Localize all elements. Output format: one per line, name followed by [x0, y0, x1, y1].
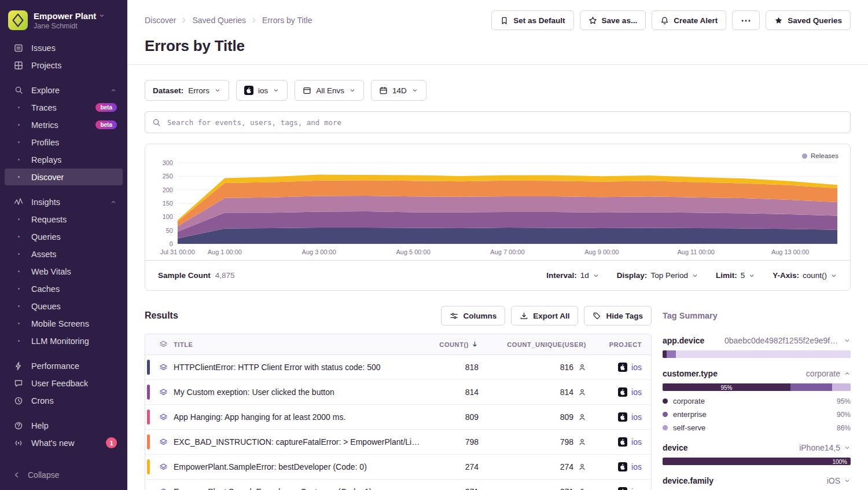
columns-button[interactable]: Columns	[441, 306, 505, 326]
table-row[interactable]: My Custom exeption: User clicked the but…	[145, 380, 651, 405]
sidebar-item-queries[interactable]: Queries	[5, 228, 123, 245]
bullet-icon	[13, 236, 24, 237]
results-title: Results	[145, 310, 178, 321]
project-link[interactable]: ios	[631, 437, 642, 447]
table-row[interactable]: EmpowerPlant.SampleError: happyCustomer …	[145, 480, 651, 490]
results-actions: Columns Export All Hide Tags	[441, 306, 652, 326]
table-row[interactable]: EmpowerPlant.SampleError: bestDeveloper …	[145, 455, 651, 480]
tag-summary-title: Tag Summary	[663, 306, 851, 326]
user-icon	[578, 463, 586, 471]
sidebar-item-crons[interactable]: Crons	[5, 392, 123, 409]
more-options-button[interactable]: ⋯	[732, 10, 760, 30]
chevron-down-icon	[349, 87, 356, 94]
bullet-icon	[13, 124, 24, 126]
tag-toggle[interactable]: device.familyiOS	[663, 476, 851, 485]
releases-legend[interactable]: Releases	[802, 152, 838, 159]
chart[interactable]: Releases 050100150200250300Jul 31 00:00A…	[145, 144, 850, 260]
search-input[interactable]	[166, 118, 843, 127]
sidebar-item-mobile-screens[interactable]: Mobile Screens	[5, 315, 123, 332]
breadcrumb-item-discover[interactable]: Discover	[145, 16, 176, 25]
stacked-area-chart[interactable]: 050100150200250300Jul 31 00:00Aug 1 00:0…	[152, 150, 843, 259]
breadcrumb-item-saved-queries[interactable]: Saved Queries	[192, 16, 246, 25]
tag-value-row[interactable]: corporate95%	[663, 397, 851, 405]
saved-queries-button[interactable]: Saved Queries	[766, 10, 851, 30]
sidebar-section-explore[interactable]: Explore	[5, 82, 123, 98]
save-as-button[interactable]: Save as...	[580, 10, 646, 30]
star-icon	[589, 16, 597, 25]
sidebar-item-web-vitals[interactable]: Web Vitals	[5, 263, 123, 280]
sidebar-item-discover[interactable]: Discover	[5, 169, 123, 185]
project-filter[interactable]: ios	[236, 80, 288, 101]
tag-distribution-bar[interactable]: 95%	[663, 383, 851, 391]
chart-footer: Sample Count4,875 Interval:1d Display:To…	[145, 260, 850, 290]
tag-value-row[interactable]: enterprise90%	[663, 410, 851, 419]
sidebar-item-assets[interactable]: Assets	[5, 246, 123, 262]
tag-value-row[interactable]: self-serve86%	[663, 423, 851, 432]
lightning-icon	[13, 361, 24, 371]
row-count-unique: 814	[479, 387, 586, 397]
project-link[interactable]: ios	[631, 387, 642, 397]
table-row[interactable]: EXC_BAD_INSTRUCTION: captureFatalError: …	[145, 430, 651, 455]
project-link[interactable]: ios	[631, 462, 642, 471]
column-header-title[interactable]: TITLE	[174, 341, 429, 348]
date-range-filter[interactable]: 14D	[371, 80, 426, 101]
row-count-unique: 271	[479, 487, 586, 490]
project-link[interactable]: ios	[631, 412, 642, 422]
row-title: EXC_BAD_INSTRUCTION: captureFatalError: …	[174, 437, 429, 447]
download-icon	[520, 312, 528, 320]
sidebar-item-projects[interactable]: Projects	[5, 57, 123, 74]
sidebar-item-what-s-new[interactable]: What's new1	[5, 434, 123, 451]
sidebar-item-issues[interactable]: Issues	[5, 39, 123, 56]
sidebar-section-insights[interactable]: Insights	[5, 193, 123, 210]
sidebar-item-performance[interactable]: Performance	[5, 357, 123, 374]
sidebar-item-profiles[interactable]: Profiles	[5, 134, 123, 151]
tag-distribution-bar[interactable]: 100%	[663, 458, 851, 465]
hide-tags-button[interactable]: Hide Tags	[584, 306, 652, 326]
bullet-icon	[13, 176, 24, 178]
sidebar-item-replays[interactable]: Replays	[5, 151, 123, 168]
row-project: ios	[586, 437, 651, 447]
svg-text:Aug 11 00:00: Aug 11 00:00	[677, 248, 714, 255]
environment-filter[interactable]: All Envs	[295, 80, 364, 101]
user-icon	[578, 488, 586, 490]
bullet-icon	[13, 218, 24, 220]
table-row[interactable]: App Hanging: App hanging for at least 20…	[145, 405, 651, 430]
sidebar-collapse[interactable]: Collapse	[0, 465, 127, 485]
tag-toggle[interactable]: customer.typecorporate	[663, 369, 851, 378]
series-color-bar	[145, 385, 153, 400]
sidebar-item-help[interactable]: Help	[5, 417, 123, 434]
project-link[interactable]: ios	[631, 487, 642, 490]
chart-panel: Releases 050100150200250300Jul 31 00:00A…	[145, 144, 851, 291]
sidebar-item-queues[interactable]: Queues	[5, 298, 123, 315]
sidebar-item-requests[interactable]: Requests	[5, 211, 123, 228]
sidebar-item-caches[interactable]: Caches	[5, 280, 123, 297]
tag-distribution-bar[interactable]	[663, 350, 851, 358]
tag-toggle[interactable]: app.device0baebc0de4982f1255f2e9e9fb7…	[663, 336, 851, 345]
sidebar-item-metrics[interactable]: Metricsbeta	[5, 116, 123, 133]
yaxis-dropdown[interactable]: Y-Axis:count()	[773, 271, 837, 280]
sidebar-item-llm-monitoring[interactable]: LLM Monitoring	[5, 332, 123, 349]
svg-text:Aug 5 00:00: Aug 5 00:00	[396, 248, 431, 255]
column-header-project[interactable]: PROJECT	[586, 341, 651, 348]
column-header-count-unique[interactable]: COUNT_UNIQUE(USER)	[479, 341, 586, 348]
table-header: TITLE COUNT() COUNT_UNIQUE(USER) PROJECT	[145, 334, 651, 355]
interval-dropdown[interactable]: Interval:1d	[546, 271, 599, 280]
beta-badge: beta	[95, 103, 117, 112]
chevron-down-icon	[844, 477, 851, 484]
set-as-default-button[interactable]: Set as Default	[491, 10, 573, 30]
limit-dropdown[interactable]: Limit:5	[716, 271, 755, 280]
dataset-filter[interactable]: Dataset:Errors	[145, 80, 229, 101]
project-link[interactable]: ios	[631, 363, 642, 372]
sidebar-item-user-feedback[interactable]: User Feedback	[5, 375, 123, 392]
column-header-count[interactable]: COUNT()	[429, 341, 479, 348]
row-count: 809	[429, 412, 479, 422]
create-alert-button[interactable]: Create Alert	[652, 10, 726, 30]
tag-value-dot	[663, 412, 668, 417]
series-color-bar	[145, 459, 153, 474]
table-row[interactable]: HTTPClientError: HTTP Client Error with …	[145, 355, 651, 380]
display-dropdown[interactable]: Display:Top Period	[617, 271, 698, 280]
sidebar-item-traces[interactable]: Tracesbeta	[5, 99, 123, 116]
export-all-button[interactable]: Export All	[511, 306, 578, 326]
org-switcher[interactable]: Empower Plant Jane Schmidt	[0, 7, 127, 37]
tag-toggle[interactable]: deviceiPhone14,5	[663, 443, 851, 452]
